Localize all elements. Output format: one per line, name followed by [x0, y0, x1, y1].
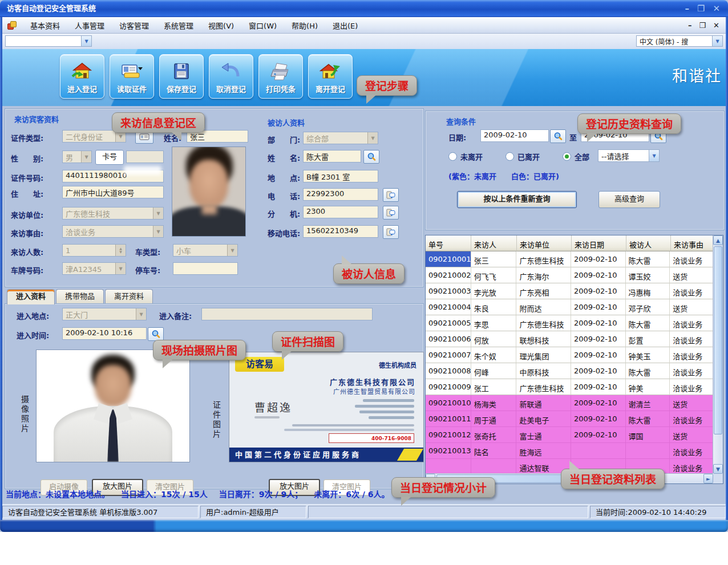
mobile-input[interactable]: 15602210349 [303, 225, 378, 238]
entry-time-input[interactable]: 2009-02-10 10:16 [62, 327, 147, 340]
scroll-down-icon[interactable]: ▼ [713, 464, 723, 474]
cell-company: 联想科技 [516, 331, 571, 347]
window-bottom-border [0, 520, 728, 532]
search-icon [553, 132, 563, 141]
tab-carried-items[interactable]: 携带物品 [56, 289, 104, 303]
minimize-icon[interactable]: – [685, 0, 689, 17]
table-row[interactable]: 090210002 何飞飞 广东海尔 2009-02-10 谭玉姣 送货 [426, 267, 713, 283]
vehicle-type-combo[interactable]: 小车▼ [173, 244, 238, 257]
menu-item[interactable]: 系统管理 [156, 20, 201, 31]
gender-combo[interactable]: 男▼ [62, 151, 92, 163]
chevron-down-icon[interactable]: ▼ [81, 36, 91, 46]
visitor-count-stepper[interactable]: 1 ▲▼ [62, 244, 126, 257]
cell-visited: 钟美 [626, 379, 670, 395]
address-input[interactable]: 广州市中山大道89号 [62, 186, 164, 198]
cell-visitor: 朱个奴 [471, 347, 517, 363]
child-close-icon[interactable]: ✕ [713, 21, 719, 30]
scroll-right-icon[interactable]: ► [703, 474, 713, 483]
menu-item[interactable]: 窗口(W) [241, 20, 284, 31]
language-selector[interactable]: 中文 (简体) - 搜 ▼ [636, 35, 723, 47]
advanced-query-button[interactable]: 高级查询 [598, 191, 660, 208]
callout-steps: 登记步骤 [357, 75, 417, 96]
date-from-picker-button[interactable] [550, 129, 566, 143]
table-row[interactable]: 090210013 陆名 胜海远 洽谈业务 [426, 443, 713, 459]
radio-left[interactable]: 已离开 [505, 151, 540, 162]
scroll-up-icon[interactable]: ▲ [713, 235, 723, 245]
plate-combo[interactable]: 津A12345▼ [62, 262, 126, 275]
table-row[interactable]: 090210004 朱良 附而达 2009-02-10 邓子欣 送货 [426, 299, 713, 315]
cell-visitor: 朱良 [471, 299, 517, 315]
visit-reason-combo[interactable]: 洽谈业务▼ [62, 225, 164, 238]
requery-button[interactable]: 按以上条件重新查询 [457, 191, 577, 208]
table-row[interactable]: 090210012 张奇托 富士通 2009-02-10 谭国 送货 [426, 427, 713, 443]
visit-company-combo[interactable]: 广东德生科技▼ [62, 207, 164, 220]
visited-name-search-button[interactable] [363, 150, 379, 164]
table-row[interactable]: 090210008 何峰 中原科技 2009-02-10 陈大雷 洽谈业务 [426, 363, 713, 379]
mobile-dial-button[interactable] [383, 225, 399, 239]
dept-combo[interactable]: 综合部▼ [303, 132, 378, 144]
cell-reason: 洽谈业务 [670, 251, 713, 267]
ext-dial-button[interactable] [383, 206, 399, 220]
column-header[interactable]: 单号 [426, 235, 471, 251]
cell-visitor: 张工 [471, 379, 517, 395]
entry-time-picker-button[interactable] [148, 327, 164, 341]
close-icon[interactable]: ✕ [713, 0, 720, 17]
menu-item[interactable]: 帮助(H) [284, 20, 325, 31]
menu-item[interactable]: 退出(E) [325, 20, 365, 31]
entry-location-combo[interactable]: 正大门▼ [62, 308, 147, 320]
print-slip-button[interactable]: 打印凭条 [258, 54, 303, 99]
ext-input[interactable]: 2300 [303, 206, 378, 218]
restore-icon[interactable]: ❒ [697, 0, 705, 17]
column-header[interactable]: 被访人 [626, 235, 671, 251]
tab-leave-info[interactable]: 离开资料 [105, 289, 153, 303]
menu-item[interactable]: 视图(V) [201, 20, 241, 31]
visitor-panel-title: 来访宾客资料 [14, 113, 59, 124]
cell-reason: 洽谈业务 [670, 459, 713, 474]
table-row[interactable]: 090210007 朱个奴 理光集团 2009-02-10 钟美玉 洽谈业务 [426, 347, 713, 363]
menu-item[interactable]: 访客管理 [112, 20, 156, 31]
child-minimize-icon[interactable]: – [688, 21, 692, 30]
location-input[interactable]: B幢 2301 室 [303, 170, 378, 182]
tab-entry-info[interactable]: 进入资料 [7, 289, 55, 304]
save-register-button[interactable]: 保存登记 [159, 54, 204, 99]
table-row[interactable]: 090210003 李光放 广东亮相 2009-02-10 冯惠梅 洽谈业务 [426, 283, 713, 299]
card-no-button[interactable]: 卡号 [95, 150, 124, 165]
chevron-down-icon[interactable]: ▼ [649, 150, 659, 161]
radio-all[interactable]: 全部 [563, 151, 589, 162]
cell-visitor: 何飞飞 [471, 267, 517, 283]
table-row[interactable]: 090210009 张工 广东德生科技 2009-02-10 钟美 洽谈业务 [426, 379, 713, 395]
entry-remark-input[interactable] [201, 308, 373, 320]
chevron-down-icon[interactable]: ▼ [712, 36, 722, 46]
date-from-input[interactable]: 2009-02-10 [480, 129, 549, 142]
table-row[interactable]: 090210010 杨海类 新联通 2009-02-10 谢清兰 送货 [426, 395, 713, 411]
leave-register-button[interactable]: 离开登记 [308, 54, 353, 99]
table-row[interactable]: 090210005 李思 广东德生科技 2009-02-10 陈大雷 洽谈业务 [426, 315, 713, 331]
enter-register-button[interactable]: 进入登记 [60, 54, 104, 99]
column-header[interactable]: 来访日期 [572, 235, 626, 251]
table-row[interactable]: 090210011 周于通 赴美电子 2009-02-10 陈大雷 洽谈业务 [426, 411, 713, 427]
phone-note-icon [386, 227, 395, 237]
column-header[interactable]: 来访人 [471, 235, 517, 251]
column-header[interactable]: 来访单位 [517, 235, 572, 251]
column-header[interactable]: 来访事由 [671, 235, 714, 251]
filter-select[interactable]: --请选择▼ [598, 149, 660, 162]
phone-input[interactable]: 22992300 [303, 188, 378, 201]
table-row[interactable]: 090210001 张三 广东德生科技 2009-02-10 陈大雷 洽谈业务 [426, 251, 713, 267]
quick-select-combo[interactable]: ▼ [5, 35, 92, 47]
card-member-text: 德生机构成员 [379, 360, 416, 369]
card-no-input[interactable] [126, 151, 164, 163]
menu-item[interactable]: 人事管理 [67, 20, 112, 31]
radio-not-left[interactable]: 未离开 [448, 151, 483, 162]
cell-reason: 洽谈业务 [670, 347, 713, 363]
menu-item[interactable]: 基本资料 [23, 20, 67, 31]
parking-input[interactable] [173, 262, 238, 275]
child-restore-icon[interactable]: ❒ [699, 21, 706, 30]
cell-date: 2009-02-10 [571, 299, 626, 315]
phone-note-icon [386, 190, 395, 200]
phone-dial-button[interactable] [383, 188, 399, 202]
cancel-register-button[interactable]: 取消登记 [209, 54, 253, 99]
vertical-scrollbar[interactable]: ▲ ▼ [713, 235, 723, 474]
read-id-card-button[interactable]: 读取证件 [110, 54, 154, 99]
visited-name-input[interactable]: 陈大雷 [303, 150, 361, 162]
table-row[interactable]: 090210006 何放 联想科技 2009-02-10 彭置 洽谈业务 [426, 331, 713, 347]
